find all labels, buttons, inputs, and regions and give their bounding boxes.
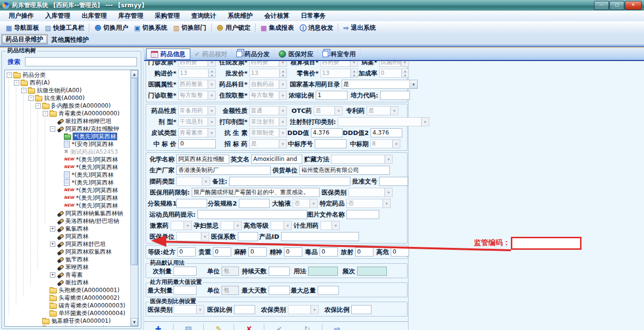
tree-expander-icon[interactable]: + — [50, 272, 55, 278]
text-input[interactable] — [229, 177, 350, 186]
tree-node[interactable]: -药品分类 — [5, 71, 131, 79]
tree-node[interactable]: 美洛西林钠/舒巴坦钠 — [5, 217, 131, 225]
detail-tab-1[interactable]: ✔药品核对 — [190, 49, 232, 59]
tree-node[interactable]: NEW*(奥先)阿莫西林 — [5, 186, 131, 194]
text-input[interactable] — [173, 286, 197, 295]
tree-node[interactable]: -阿莫西林/克拉维酸钾 — [5, 125, 131, 133]
maximize-button[interactable]: ▢ — [609, 1, 624, 10]
tree-expander-icon[interactable]: - — [21, 88, 26, 93]
tree-node[interactable]: +氟氯西林 — [5, 225, 131, 232]
text-input[interactable] — [176, 199, 207, 208]
edit-button[interactable]: ✎ — [205, 323, 233, 330]
main-tab-0[interactable]: 药品目录维护 — [1, 34, 48, 44]
menu-item-0[interactable]: 用户操作 — [3, 11, 39, 21]
text-input[interactable]: 4.376 — [311, 128, 343, 137]
text-input[interactable]: 0 — [177, 247, 196, 257]
toolbar-button-switch-dept[interactable]: ▥切换部门 — [170, 23, 209, 33]
scroll-down-arrow-icon[interactable]: ▼ — [131, 318, 138, 326]
text-input[interactable]: 阿莫西林克拉维酸 — [176, 155, 229, 164]
text-input[interactable] — [269, 286, 290, 295]
text-input[interactable]: 0 — [355, 247, 373, 257]
tree-node[interactable]: *(奥先)阿莫西林 — [5, 171, 131, 179]
text-input[interactable] — [238, 232, 258, 241]
text-input[interactable]: 0 — [213, 247, 231, 257]
text-input[interactable] — [173, 267, 197, 276]
detail-tab-3[interactable]: 医保对应 — [274, 49, 318, 59]
text-input[interactable]: 0 — [248, 247, 267, 257]
menu-item-7[interactable]: 会计核算 — [259, 11, 295, 21]
tree-node[interactable]: 头孢烯类(A00000001) — [5, 286, 131, 294]
tree-node[interactable]: -抗微生物药(A00) — [5, 86, 131, 94]
menu-item-2[interactable]: 出库管理 — [76, 11, 112, 21]
toolbar-button-quick-toolbar[interactable]: ▧快捷工具栏 — [42, 23, 87, 33]
tree-node[interactable]: 四环素类(A000002) — [5, 325, 131, 326]
add-button[interactable]: ✚ — [144, 323, 172, 330]
main-tab-1[interactable]: 其他属性维护 — [48, 35, 93, 44]
chevron-down-icon[interactable]: ▼ — [409, 80, 417, 88]
combo-box[interactable]: 是▼ — [342, 80, 418, 89]
toolbar-button-report[interactable]: ▦集成报表 — [258, 23, 297, 33]
tree-node[interactable]: *(奥先)阿莫西林 — [5, 179, 131, 186]
tree-node[interactable]: 哌拉西林他唑巴坦 — [5, 117, 131, 125]
text-input[interactable]: 0 — [320, 247, 338, 257]
exit-button[interactable]: ⇨ — [323, 323, 351, 330]
delete-button[interactable]: ✘ — [235, 323, 263, 330]
text-input[interactable] — [269, 267, 290, 276]
tree-node[interactable]: *(奥先)阿莫西林 — [5, 133, 131, 140]
tree-node[interactable]: 阿莫西林钠氟氯西林钠 — [5, 209, 131, 217]
text-input[interactable] — [318, 286, 339, 295]
tree-node[interactable]: 氨苄西林 — [5, 256, 131, 263]
text-input[interactable] — [239, 199, 270, 208]
menu-item-3[interactable]: 库存管理 — [112, 11, 149, 21]
text-input[interactable]: 4.376 — [371, 128, 402, 137]
text-input[interactable]: 0 — [284, 247, 302, 257]
tree-node[interactable]: 单环菌素类(A00000004) — [5, 309, 131, 317]
tree-node[interactable]: 阿莫西林 — [5, 232, 131, 240]
menu-item-5[interactable]: 查询统计 — [186, 11, 222, 21]
text-input[interactable] — [380, 91, 410, 100]
text-input[interactable]: 福州鹭燕医药有限公司 — [299, 166, 390, 175]
menu-item-8[interactable]: 日常事务 — [295, 11, 332, 21]
text-input[interactable]: 1 — [316, 91, 347, 100]
text-input[interactable] — [357, 267, 387, 276]
tree-scrollbar[interactable]: ▲ ▼ — [130, 70, 138, 326]
text-input[interactable] — [281, 232, 359, 241]
text-input[interactable]: 香港澳美制药厂 — [176, 166, 271, 175]
text-input[interactable] — [198, 210, 307, 219]
tree-node[interactable]: 哌拉西林 — [5, 279, 131, 286]
detail-tab-4[interactable]: 科室专用 — [318, 49, 360, 59]
text-input[interactable]: 限产酶菌或怀疑产霉菌引起的中、重度感染。 — [192, 188, 320, 197]
copy-button[interactable]: ▤ — [174, 323, 202, 330]
detail-tab-0[interactable]: 药品信息 — [146, 49, 190, 60]
scroll-up-arrow-icon[interactable]: ▲ — [131, 70, 138, 78]
tree-node[interactable]: 头霉烯类(A00000002) — [5, 294, 131, 302]
text-input[interactable] — [315, 139, 347, 148]
tree-expander-icon[interactable]: - — [14, 80, 19, 86]
toolbar-button-exit[interactable]: ⇨退出系统 — [340, 23, 379, 33]
toolbar-button-message[interactable]: ⓘ消息收发 — [297, 23, 336, 33]
scrollbar-thumb[interactable] — [131, 78, 138, 265]
text-input[interactable] — [347, 210, 379, 219]
tree-expander-icon[interactable]: + — [50, 226, 55, 232]
tree-node[interactable]: -青霉素类(A00000000) — [5, 110, 131, 117]
tree-node[interactable]: -抗生素(A0000) — [5, 94, 131, 102]
tree-node[interactable]: +阿莫西林舒巴坦 — [5, 240, 131, 248]
text-input[interactable]: Amoxicillin and — [251, 155, 302, 164]
text-input[interactable] — [351, 305, 372, 314]
close-button[interactable]: ✕ — [625, 1, 642, 10]
tree-expander-icon[interactable]: + — [50, 242, 55, 247]
text-input[interactable] — [234, 305, 255, 314]
toolbar-button-user-lock[interactable]: ☻用户锁定 — [214, 23, 254, 33]
tree-node[interactable]: NEW*(奥先)阿莫西林 — [5, 156, 131, 163]
toolbar-button-switch-system[interactable]: ▣切换系统 — [131, 23, 170, 33]
tree-node[interactable]: 阿莫西林双氯西林 — [5, 248, 131, 256]
tree-node[interactable]: NEW*(奥先)阿莫西林 — [5, 194, 131, 202]
refresh-button[interactable]: ↻ — [293, 323, 321, 330]
text-input[interactable]: 0 — [178, 139, 216, 148]
text-input[interactable]: 0 — [391, 247, 409, 257]
tree-node[interactable]: -西药(A) — [5, 79, 131, 86]
tree-node[interactable]: ✖测试药品(A52453 — [5, 148, 131, 156]
tree-node[interactable]: -β-内酰胺类(A000000) — [5, 102, 131, 110]
text-input[interactable] — [379, 177, 408, 186]
tree-expander-icon[interactable]: - — [7, 73, 12, 78]
